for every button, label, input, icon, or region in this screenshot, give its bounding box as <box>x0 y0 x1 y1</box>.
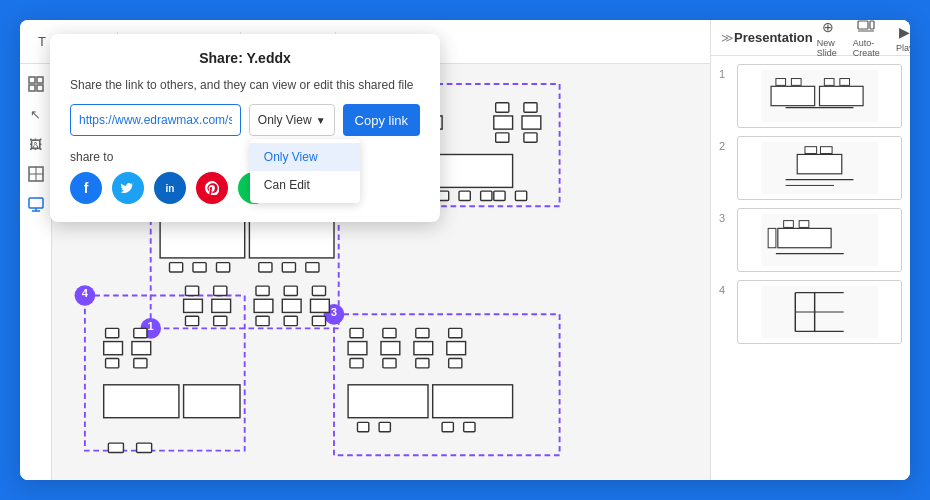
svg-rect-110 <box>858 21 868 29</box>
svg-rect-76 <box>348 342 367 355</box>
svg-rect-87 <box>348 385 428 418</box>
svg-rect-114 <box>771 86 815 105</box>
copy-link-button[interactable]: Copy link <box>343 104 420 136</box>
svg-rect-86 <box>449 358 462 367</box>
svg-rect-64 <box>481 191 492 200</box>
dropdown-menu: Only View Can Edit <box>250 139 360 203</box>
svg-rect-31 <box>160 220 245 258</box>
svg-rect-85 <box>447 342 466 355</box>
slide-thumb-2[interactable] <box>737 136 902 200</box>
auto-create-label: Auto-Create <box>853 38 880 58</box>
svg-rect-89 <box>358 422 369 431</box>
svg-rect-80 <box>383 358 396 367</box>
svg-rect-37 <box>282 263 295 272</box>
slide-thumb-3[interactable] <box>737 208 902 272</box>
slide-number-4: 4 <box>719 280 731 296</box>
auto-create-icon <box>855 20 877 36</box>
svg-rect-109 <box>312 316 325 325</box>
svg-rect-119 <box>840 79 850 86</box>
svg-rect-99 <box>494 191 505 200</box>
svg-rect-93 <box>496 103 509 112</box>
svg-rect-65 <box>106 328 119 337</box>
svg-rect-66 <box>104 342 123 355</box>
svg-rect-70 <box>134 358 147 367</box>
svg-rect-83 <box>416 358 429 367</box>
view-dropdown[interactable]: Only View ▼ Only View Can Edit <box>249 104 335 136</box>
svg-text:4: 4 <box>82 287 89 299</box>
svg-rect-73 <box>108 443 123 452</box>
svg-rect-130 <box>784 221 794 228</box>
dialog-description: Share the link to others, and they can v… <box>70 78 420 92</box>
play-label: Play <box>896 43 910 53</box>
slide-item-2[interactable]: 2 <box>719 136 902 200</box>
svg-rect-32 <box>249 220 334 258</box>
slide-thumb-4[interactable] <box>737 280 902 344</box>
svg-rect-2 <box>29 85 35 91</box>
svg-rect-104 <box>284 286 297 295</box>
new-slide-label: New Slide <box>817 38 839 58</box>
left-icon-present[interactable] <box>24 192 48 216</box>
slide-list: 1 2 <box>711 56 910 360</box>
svg-rect-36 <box>259 263 272 272</box>
svg-rect-116 <box>776 79 786 86</box>
new-slide-icon: ⊕ <box>817 20 839 36</box>
twitter-icon[interactable] <box>112 172 144 204</box>
svg-rect-94 <box>494 116 513 129</box>
link-input[interactable] <box>70 104 241 136</box>
facebook-icon[interactable]: f <box>70 172 102 204</box>
svg-rect-71 <box>104 385 179 418</box>
pinterest-icon[interactable] <box>196 172 228 204</box>
share-to-label: share to <box>70 150 420 164</box>
svg-rect-0 <box>29 77 35 83</box>
share-dialog: Share: Y.eddx Share the link to others, … <box>50 34 440 222</box>
svg-rect-98 <box>524 133 537 142</box>
svg-rect-131 <box>799 221 809 228</box>
left-icon-shapes[interactable] <box>24 72 48 96</box>
dropdown-option-only-view[interactable]: Only View <box>250 143 360 171</box>
view-dropdown-label: Only View <box>258 113 312 127</box>
svg-rect-38 <box>306 263 319 272</box>
svg-rect-102 <box>254 299 273 312</box>
new-slide-button[interactable]: ⊕ New Slide <box>813 20 843 60</box>
svg-text:1: 1 <box>148 320 154 332</box>
left-icon-grid[interactable] <box>24 162 48 186</box>
side-panel-title: Presentation <box>734 30 813 45</box>
side-panel-header: ≫ Presentation ⊕ New Slide Auto-Create ▶… <box>711 20 910 56</box>
svg-rect-7 <box>29 198 43 208</box>
svg-rect-105 <box>282 299 301 312</box>
svg-rect-81 <box>416 328 429 337</box>
svg-rect-111 <box>870 21 874 29</box>
svg-rect-58 <box>428 155 513 188</box>
slide-thumb-1[interactable] <box>737 64 902 128</box>
editor-container: T ↗ ↪ ◇ ⊞ ⊟ △ — ◎ ⬜ 🔍 ⊕ ⋯ ↖ 🖼 <box>20 20 910 480</box>
left-icon-image[interactable]: 🖼 <box>24 132 48 156</box>
svg-rect-97 <box>522 116 541 129</box>
svg-rect-92 <box>464 422 475 431</box>
auto-create-button[interactable]: Auto-Create <box>849 20 884 60</box>
svg-rect-108 <box>311 299 330 312</box>
slide-item-1[interactable]: 1 <box>719 64 902 128</box>
svg-rect-124 <box>820 147 832 154</box>
expand-icon[interactable]: ≫ <box>721 28 734 48</box>
svg-text:3: 3 <box>331 306 337 318</box>
svg-rect-82 <box>414 342 433 355</box>
svg-rect-129 <box>778 228 831 247</box>
svg-rect-63 <box>459 191 470 200</box>
svg-rect-123 <box>805 147 817 154</box>
linkedin-icon[interactable]: in <box>154 172 186 204</box>
slide-item-3[interactable]: 3 <box>719 208 902 272</box>
link-row: Only View ▼ Only View Can Edit Copy link <box>70 104 420 136</box>
slide-item-4[interactable]: 4 <box>719 280 902 344</box>
dropdown-option-can-edit[interactable]: Can Edit <box>250 171 360 199</box>
svg-rect-67 <box>106 358 119 367</box>
play-button[interactable]: ▶ Play <box>890 21 910 55</box>
svg-rect-69 <box>132 342 151 355</box>
svg-rect-117 <box>791 79 801 86</box>
svg-rect-95 <box>496 133 509 142</box>
svg-rect-34 <box>193 263 206 272</box>
svg-rect-107 <box>312 286 325 295</box>
left-icon-cursor[interactable]: ↖ <box>24 102 48 126</box>
svg-rect-115 <box>820 86 864 105</box>
svg-rect-88 <box>433 385 513 418</box>
svg-rect-79 <box>381 342 400 355</box>
